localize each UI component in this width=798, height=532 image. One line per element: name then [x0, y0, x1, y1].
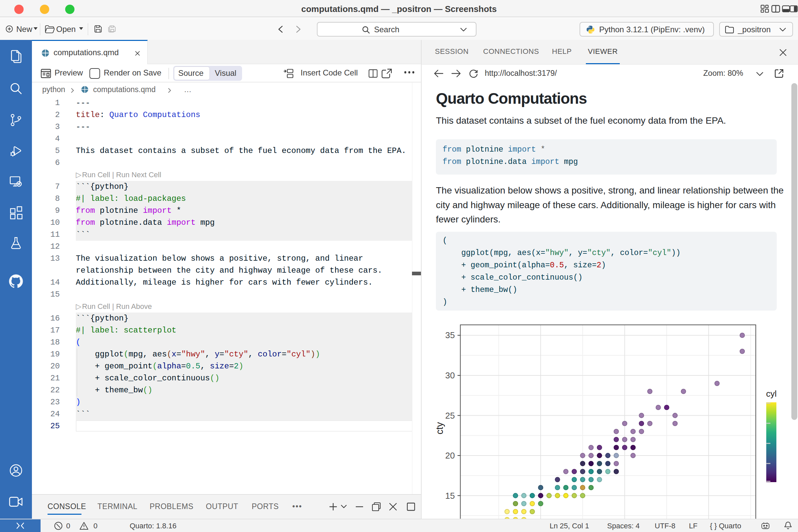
svg-text:20: 20	[445, 451, 455, 460]
svg-text:25: 25	[445, 411, 455, 421]
svg-text:35: 35	[445, 330, 455, 340]
svg-text:cty: cty	[434, 422, 445, 435]
svg-text:15: 15	[445, 491, 455, 501]
svg-text:cyl: cyl	[766, 389, 777, 399]
svg-text:30: 30	[445, 370, 455, 380]
